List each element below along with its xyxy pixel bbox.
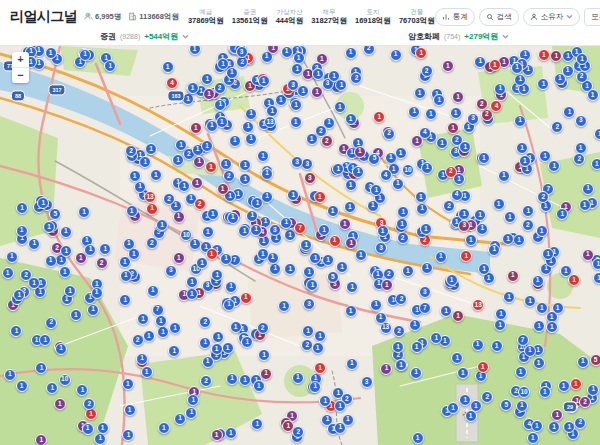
map-marker[interactable]: 2	[481, 109, 493, 121]
map-marker[interactable]: 1	[533, 357, 545, 369]
map-marker[interactable]: 1	[312, 342, 324, 354]
map-marker[interactable]: 1	[436, 137, 448, 149]
map-marker[interactable]: 1	[201, 73, 213, 85]
map-marker[interactable]: 1	[381, 279, 393, 291]
map-marker[interactable]: 1	[524, 345, 536, 357]
map-marker[interactable]: 1	[202, 226, 214, 238]
map-marker[interactable]: 1	[174, 413, 186, 425]
map-marker[interactable]: 1	[186, 288, 198, 300]
map-marker[interactable]: 1	[352, 166, 364, 178]
map-marker[interactable]: 1	[211, 429, 223, 441]
map-marker[interactable]: 1	[193, 156, 205, 168]
map-marker[interactable]: 1	[178, 180, 190, 192]
map-marker[interactable]: 1	[217, 58, 229, 70]
map-marker[interactable]: 1	[104, 60, 116, 72]
map-marker[interactable]: 1	[459, 141, 471, 153]
map-marker[interactable]: 1	[377, 225, 389, 237]
map-marker[interactable]: 1	[558, 380, 570, 392]
map-marker[interactable]: 1	[421, 262, 433, 274]
map-marker[interactable]: 1	[281, 46, 293, 58]
map-marker[interactable]: 3	[304, 172, 316, 184]
map-marker[interactable]: 2	[576, 71, 588, 83]
map-marker[interactable]: 2	[96, 257, 108, 269]
map-marker[interactable]: 1	[46, 382, 58, 394]
map-marker[interactable]: 1	[478, 152, 490, 164]
map-marker[interactable]: 1	[293, 52, 305, 64]
map-marker[interactable]: 1	[64, 285, 76, 297]
map-marker[interactable]: 1	[514, 115, 526, 127]
map-marker[interactable]: 1	[452, 91, 464, 103]
map-marker[interactable]: 4	[380, 169, 392, 181]
map-marker[interactable]: 1	[514, 74, 526, 86]
map-marker[interactable]: 1	[189, 46, 201, 55]
map-marker[interactable]: 1	[593, 272, 600, 284]
map-marker[interactable]: 1	[278, 300, 290, 312]
map-marker[interactable]: 1	[191, 177, 203, 189]
map-marker[interactable]: 1	[397, 206, 409, 218]
map-marker[interactable]: 2	[537, 191, 549, 203]
map-marker[interactable]: 1	[550, 50, 562, 62]
map-marker[interactable]: 1	[442, 60, 454, 72]
map-marker[interactable]: 1	[239, 159, 251, 171]
map-marker[interactable]: 1	[291, 63, 303, 75]
map-marker[interactable]: 1	[538, 49, 550, 61]
map-marker[interactable]: 1	[354, 146, 366, 158]
map-marker[interactable]: 4	[451, 189, 463, 201]
map-marker[interactable]: 1	[250, 224, 262, 236]
map-marker[interactable]: 1	[120, 270, 132, 282]
map-marker[interactable]: 2	[200, 375, 212, 387]
map-marker[interactable]: 3	[303, 298, 315, 310]
map-marker[interactable]: 1	[99, 243, 111, 255]
map-marker[interactable]: 1	[223, 299, 235, 311]
map-marker[interactable]: 1	[345, 237, 357, 249]
map-marker[interactable]: 1	[39, 334, 51, 346]
map-marker[interactable]: 1	[346, 358, 358, 370]
map-marker[interactable]: 1	[269, 263, 281, 275]
map-marker[interactable]: 1	[35, 434, 47, 445]
map-marker[interactable]: 1	[143, 330, 155, 342]
map-marker[interactable]: 1	[582, 249, 594, 261]
map-marker[interactable]: 1	[522, 205, 534, 217]
map-marker[interactable]: 1	[119, 256, 131, 268]
map-marker[interactable]: 1	[390, 49, 402, 61]
map-marker[interactable]: 2	[443, 200, 455, 212]
map-marker[interactable]: 7	[517, 334, 529, 346]
map-marker[interactable]: 1	[392, 341, 404, 353]
map-marker[interactable]: 1	[287, 189, 299, 201]
map-marker[interactable]: 3	[575, 115, 587, 127]
map-marker[interactable]: 1	[78, 206, 90, 218]
map-marker[interactable]: 1	[570, 378, 582, 390]
map-marker[interactable]: 1	[245, 108, 257, 120]
map-marker[interactable]: 1	[345, 305, 357, 317]
map-marker[interactable]: 2	[393, 325, 405, 337]
map-marker[interactable]: 1	[314, 191, 326, 203]
map-marker[interactable]: 1	[322, 254, 334, 266]
map-marker[interactable]: 1	[493, 198, 505, 210]
map-marker[interactable]: 1	[328, 70, 340, 82]
map-marker[interactable]: 1	[576, 53, 588, 65]
map-marker[interactable]: 1	[375, 312, 387, 324]
map-marker[interactable]: 1	[290, 116, 302, 128]
map-marker[interactable]: 1	[309, 252, 321, 264]
map-marker[interactable]: 1	[507, 270, 519, 282]
map-marker[interactable]: 1	[370, 184, 382, 196]
map-marker[interactable]: 1	[513, 234, 525, 246]
map-marker[interactable]: 1	[175, 139, 187, 151]
map-marker[interactable]: 13	[144, 191, 156, 203]
map-marker[interactable]: 1	[474, 56, 486, 68]
map-marker[interactable]: 1	[70, 309, 82, 321]
map-marker[interactable]: 7	[152, 304, 164, 316]
map-marker[interactable]: 1	[124, 404, 136, 416]
map-marker[interactable]: 1	[415, 47, 427, 59]
map-marker[interactable]: 2	[83, 398, 95, 410]
map-marker[interactable]: 1	[306, 279, 318, 291]
map-marker[interactable]: 1	[284, 263, 296, 275]
map-marker[interactable]: 1	[539, 150, 551, 162]
map-marker[interactable]: 1	[519, 155, 531, 167]
map-marker[interactable]: 1	[203, 88, 215, 100]
map-marker[interactable]: 3	[165, 265, 177, 277]
map-marker[interactable]: 1	[536, 302, 548, 314]
map-marker[interactable]: 1	[162, 61, 174, 73]
map-marker[interactable]: 1	[395, 147, 407, 159]
map-marker[interactable]: 1	[491, 340, 503, 352]
